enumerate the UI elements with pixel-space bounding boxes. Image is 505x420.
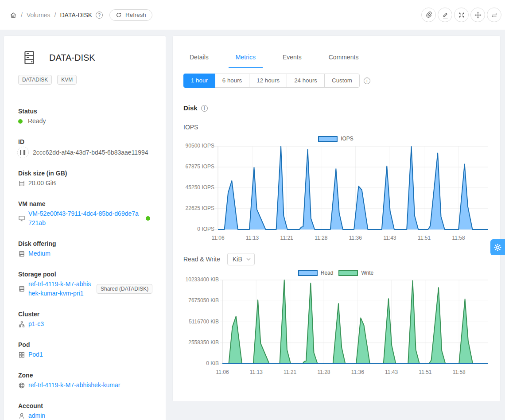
refresh-label: Refresh [125,12,146,18]
id-label: ID [18,137,157,146]
field-disk-offering: Disk offering Medium [18,239,157,258]
x-axis-label: 11:36 [340,235,371,241]
paperclip-icon [425,11,432,19]
time-range-info-icon[interactable]: i [364,78,370,84]
attach-volume-button[interactable] [421,8,436,22]
page-content: DATA-DISK DATADISK KVM Status Ready ID 2… [0,30,505,420]
zone-link[interactable]: ref-trl-4119-k-M7-abhishek-kumar [28,381,120,390]
refresh-button[interactable]: Refresh [109,9,152,21]
y-axis-label: 2558350 KiB [183,339,219,346]
storage-pool-link[interactable]: ref-trl-4119-k-M7-abhishek-kumar-kvm-pri… [28,280,91,298]
home-icon[interactable] [10,12,17,19]
x-axis-label: 11:51 [410,369,441,375]
disk-offering-link[interactable]: Medium [28,249,50,258]
settings-button[interactable] [490,239,505,255]
legend-label: IOPS [341,136,354,142]
status-value: Ready [28,117,46,126]
legend-label: Read [321,270,334,276]
time-range-12hours[interactable]: 12 hours [249,74,287,88]
disk-info-icon[interactable]: i [201,105,208,112]
x-axis-label: 11:43 [376,369,407,375]
breadcrumb-volumes[interactable]: Volumes [27,12,50,19]
reload-icon [116,12,122,18]
y-axis-label: 10233400 KiB [183,276,219,283]
read-write-row: Read & Write KiB [183,253,255,265]
x-axis-label: 11:13 [241,369,272,375]
id-value: 2ccc62dd-af4a-43d7-bd45-6b83aae11994 [33,148,148,157]
legend-swatch [338,270,358,276]
y-axis-label: 90500 IOPS [183,143,214,149]
status-label: Status [18,107,157,116]
volume-header: DATA-DISK [18,50,157,65]
y-axis-label: 22625 IOPS [183,205,214,212]
edit-volume-button[interactable] [438,8,452,22]
legend-item[interactable]: Read [298,270,334,276]
user-icon [18,412,25,420]
volume-icon [22,50,37,65]
iops-chart: 90500 IOPS67875 IOPS45250 IOPS22625 IOPS… [183,136,488,252]
cluster-label: Cluster [18,310,157,319]
read-write-title: Read & Write [183,256,220,263]
cluster-icon [18,321,25,328]
field-zone: Zone ref-trl-4119-k-M7-abhishek-kumar [18,371,157,390]
time-range-custom[interactable]: Custom [324,74,360,88]
x-axis-label: 11:43 [374,235,405,241]
chevron-down-icon [246,258,251,261]
storage-pool-tag: Shared (DATADISK) [97,284,152,294]
tag-datadisk: DATADISK [18,75,52,85]
pod-label: Pod [18,340,157,349]
header-actions [421,8,501,22]
barcode-icon [17,147,29,158]
field-cluster: Cluster p1-c3 [18,310,157,329]
field-storage-pool: Storage pool ref-trl-4119-k-M7-abhishek-… [18,270,157,298]
unit-select[interactable]: KiB [227,253,255,265]
field-disk-size: Disk size (in GB) 20.00 GiB [18,169,157,188]
legend-item[interactable]: IOPS [318,136,354,142]
disk-offering-label: Disk offering [18,239,157,248]
y-axis-label: 0 KiB [183,360,219,367]
account-link[interactable]: admin [28,411,45,420]
x-axis-label: 11:06 [207,369,238,375]
x-axis-label: 11:28 [306,235,337,241]
x-axis-label: 11:58 [443,235,474,241]
time-range-group: 1 hour 6 hours 12 hours 24 hours Custom … [183,74,370,88]
tabs: Details Metrics Events Comments [173,47,500,68]
details-card: Details Metrics Events Comments 1 hour 6… [172,35,501,402]
tab-events[interactable]: Events [276,47,309,68]
disk-section-title: Disk i [183,104,208,113]
legend-swatch [318,136,338,142]
x-axis-label: 11:28 [308,369,339,375]
tab-metrics[interactable]: Metrics [229,47,263,68]
database-icon [18,180,25,187]
vm-status-dot [146,216,150,221]
legend-swatch [298,270,318,276]
x-axis-label: 11:36 [342,369,373,375]
swap-icon [491,12,498,19]
top-bar: / Volumes / DATA-DISK ? Refresh [0,0,505,30]
tab-details[interactable]: Details [183,47,216,68]
vm-name-link[interactable]: VM-52e00f43-7911-4dc4-85bd-d69de7a721ab [28,209,140,228]
field-id: ID 2ccc62dd-af4a-43d7-bd45-6b83aae11994 [18,137,157,157]
x-axis-label: 11:06 [202,235,233,241]
legend-item[interactable]: Write [338,270,373,276]
appstore-icon [18,351,25,358]
cluster-link[interactable]: p1-c3 [28,319,44,329]
x-axis-label: 11:51 [409,235,440,241]
edit-icon [442,12,449,19]
help-icon[interactable]: ? [96,12,103,19]
resize-volume-button[interactable] [454,8,469,22]
x-axis-label: 11:58 [443,369,474,375]
pod-link[interactable]: Pod1 [28,350,43,359]
migrate-volume-button[interactable] [470,8,485,22]
time-range-24hours[interactable]: 24 hours [287,74,325,88]
breadcrumb-current: DATA-DISK [60,12,92,19]
y-axis-label: 67875 IOPS [183,163,214,170]
database-icon [18,285,25,292]
volume-tags: DATADISK KVM [18,75,157,85]
divider [17,95,158,95]
swap-volume-button[interactable] [487,8,501,22]
time-range-1hour[interactable]: 1 hour [183,74,215,88]
time-range-6hours[interactable]: 6 hours [215,74,249,88]
disk-title-text: Disk [183,104,198,113]
tab-comments[interactable]: Comments [322,47,366,68]
